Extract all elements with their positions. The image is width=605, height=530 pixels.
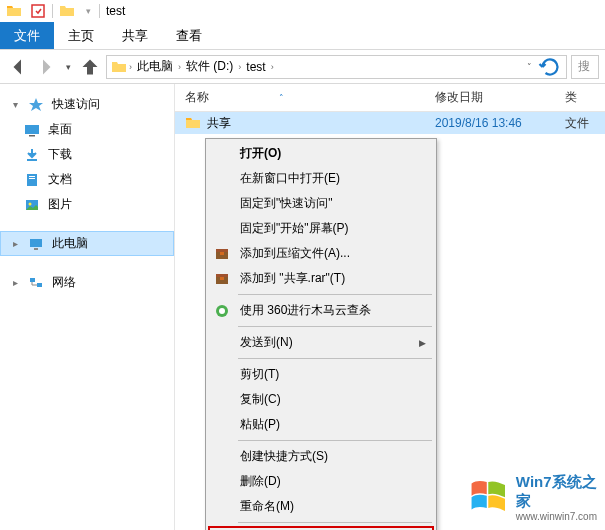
menu-pin-quick[interactable]: 固定到"快速访问" xyxy=(208,191,434,216)
properties-icon[interactable] xyxy=(30,3,46,19)
svg-rect-5 xyxy=(29,178,35,179)
separator xyxy=(52,4,53,18)
menu-label: 打开(O) xyxy=(240,145,426,162)
chevron-down-icon[interactable]: ▾ xyxy=(83,3,93,19)
ribbon-file[interactable]: 文件 xyxy=(0,22,54,49)
chevron-down-icon[interactable] xyxy=(10,99,20,110)
sidebar-item-downloads[interactable]: 下载 xyxy=(0,142,174,167)
separator xyxy=(99,4,100,18)
menu-label: 添加到压缩文件(A)... xyxy=(240,245,426,262)
search-input[interactable]: 搜 xyxy=(571,55,599,79)
menu-360-scan[interactable]: 使用 360进行木马云查杀 xyxy=(208,298,434,323)
menu-add-archive[interactable]: 添加到压缩文件(A)... xyxy=(208,241,434,266)
menu-label: 固定到"开始"屏幕(P) xyxy=(240,220,426,237)
sidebar: 快速访问 桌面 下载 文档 图片 此电脑 xyxy=(0,84,175,530)
svg-rect-13 xyxy=(216,249,228,252)
downloads-icon xyxy=(24,147,40,163)
menu-properties[interactable]: 属性(R) xyxy=(208,526,434,530)
archive-icon xyxy=(212,246,232,262)
sidebar-quick-access[interactable]: 快速访问 xyxy=(0,92,174,117)
ribbon-tab-share[interactable]: 共享 xyxy=(108,22,162,49)
svg-rect-0 xyxy=(32,5,44,17)
sidebar-label: 下载 xyxy=(48,146,72,163)
dropdown-icon[interactable]: ˅ xyxy=(522,55,536,79)
ribbon-tab-view[interactable]: 查看 xyxy=(162,22,216,49)
ribbon-tab-home[interactable]: 主页 xyxy=(54,22,108,49)
svg-rect-2 xyxy=(29,135,35,137)
menu-new-window[interactable]: 在新窗口中打开(E) xyxy=(208,166,434,191)
menu-add-rar[interactable]: 添加到 "共享.rar"(T) xyxy=(208,266,434,291)
menu-label: 粘贴(P) xyxy=(240,416,426,433)
menu-create-shortcut[interactable]: 创建快捷方式(S) xyxy=(208,444,434,469)
svg-rect-4 xyxy=(29,176,35,177)
search-placeholder: 搜 xyxy=(578,58,590,75)
menu-label: 发送到(N) xyxy=(240,334,411,351)
folder-icon xyxy=(111,59,127,75)
breadcrumb-item[interactable]: 软件 (D:) xyxy=(183,58,236,75)
file-row[interactable]: 共享 2019/8/16 13:46 文件 xyxy=(175,112,605,134)
menu-pin-start[interactable]: 固定到"开始"屏幕(P) xyxy=(208,216,434,241)
svg-rect-9 xyxy=(34,248,38,250)
refresh-button[interactable] xyxy=(538,55,562,79)
file-type: 文件 xyxy=(565,115,605,132)
column-name[interactable]: 名称 ˄ xyxy=(185,89,435,106)
menu-label: 复制(C) xyxy=(240,391,426,408)
menu-rename[interactable]: 重命名(M) xyxy=(208,494,434,519)
svg-point-7 xyxy=(29,202,32,205)
chevron-right-icon[interactable] xyxy=(10,277,20,288)
sidebar-item-documents[interactable]: 文档 xyxy=(0,167,174,192)
chevron-right-icon[interactable] xyxy=(10,238,20,249)
menu-label: 在新窗口中打开(E) xyxy=(240,170,426,187)
recent-dropdown[interactable]: ▾ xyxy=(62,55,74,79)
chevron-right-icon[interactable]: › xyxy=(129,62,132,72)
sidebar-network[interactable]: 网络 xyxy=(0,270,174,295)
sidebar-this-pc[interactable]: 此电脑 xyxy=(0,231,174,256)
svg-rect-8 xyxy=(30,239,42,247)
menu-label: 删除(D) xyxy=(240,473,426,490)
chevron-right-icon[interactable]: › xyxy=(238,62,241,72)
svg-rect-14 xyxy=(220,252,224,255)
breadcrumb-item[interactable]: test xyxy=(243,60,268,74)
submenu-arrow-icon: ▶ xyxy=(419,338,426,348)
menu-label: 添加到 "共享.rar"(T) xyxy=(240,270,426,287)
menu-copy[interactable]: 复制(C) xyxy=(208,387,434,412)
sidebar-label: 网络 xyxy=(52,274,76,291)
sidebar-label: 图片 xyxy=(48,196,72,213)
sidebar-label: 此电脑 xyxy=(52,235,88,252)
svg-rect-16 xyxy=(216,274,228,277)
archive-icon xyxy=(212,271,232,287)
sidebar-item-pictures[interactable]: 图片 xyxy=(0,192,174,217)
menu-separator xyxy=(238,294,432,295)
up-button[interactable] xyxy=(78,55,102,79)
title-bar: ▾ test xyxy=(0,0,605,22)
folder-icon xyxy=(59,3,75,19)
shield-icon xyxy=(212,303,232,319)
menu-open[interactable]: 打开(O) xyxy=(208,141,434,166)
breadcrumb-label: 此电脑 xyxy=(137,58,173,75)
forward-button[interactable] xyxy=(34,55,58,79)
menu-delete[interactable]: 删除(D) xyxy=(208,469,434,494)
menu-label: 创建快捷方式(S) xyxy=(240,448,426,465)
chevron-right-icon[interactable]: › xyxy=(178,62,181,72)
sidebar-item-desktop[interactable]: 桌面 xyxy=(0,117,174,142)
menu-separator xyxy=(238,358,432,359)
back-button[interactable] xyxy=(6,55,30,79)
folder-icon xyxy=(185,115,201,131)
file-date: 2019/8/16 13:46 xyxy=(435,116,565,130)
svg-rect-17 xyxy=(220,277,224,280)
documents-icon xyxy=(24,172,40,188)
menu-separator xyxy=(238,440,432,441)
menu-label: 剪切(T) xyxy=(240,366,426,383)
breadcrumb-item[interactable]: 此电脑 xyxy=(134,58,176,75)
svg-rect-3 xyxy=(27,174,37,186)
menu-paste[interactable]: 粘贴(P) xyxy=(208,412,434,437)
menu-cut[interactable]: 剪切(T) xyxy=(208,362,434,387)
chevron-right-icon[interactable]: › xyxy=(271,62,274,72)
column-headers: 名称 ˄ 修改日期 类 xyxy=(175,84,605,112)
svg-point-19 xyxy=(219,308,225,314)
column-type[interactable]: 类 xyxy=(565,89,605,106)
star-icon xyxy=(28,97,44,113)
column-date[interactable]: 修改日期 xyxy=(435,89,565,106)
menu-send-to[interactable]: 发送到(N)▶ xyxy=(208,330,434,355)
address-bar[interactable]: › 此电脑 › 软件 (D:) › test › ˅ xyxy=(106,55,567,79)
